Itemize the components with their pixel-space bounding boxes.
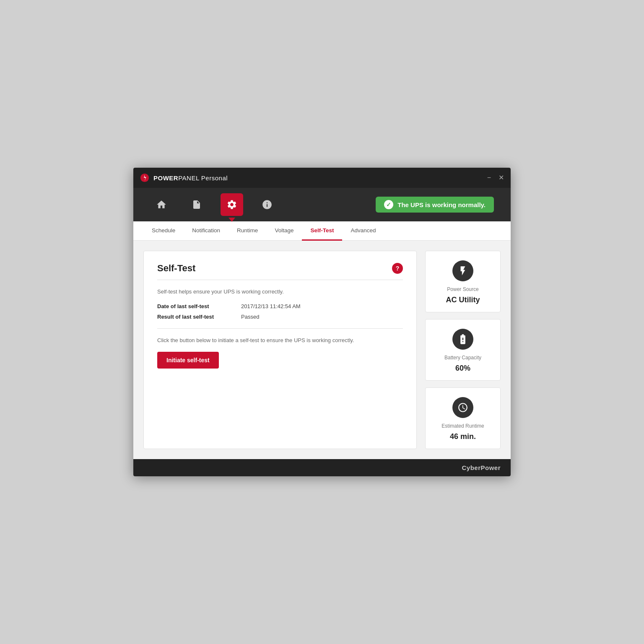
power-source-label: Power Source [447,286,478,292]
info-icon [262,199,273,210]
app-window: POWERPANEL Personal − ✕ [133,168,511,476]
power-source-card: Power Source AC Utility [425,251,501,312]
tab-schedule[interactable]: Schedule [143,221,184,241]
panel-title-row: Self-Test ? [157,263,403,280]
battery-capacity-value: 60% [455,364,470,373]
initiate-description: Click the button below to initiate a sel… [157,337,403,343]
detail-label-date: Date of last self-test [157,303,241,309]
title-bar: POWERPANEL Personal − ✕ [133,168,511,188]
header-nav: ✓ The UPS is working normally. [133,188,511,221]
settings-icon [226,199,237,210]
status-check-icon: ✓ [384,200,393,209]
tab-advanced[interactable]: Advanced [342,221,384,241]
battery-capacity-icon [452,329,473,350]
detail-row-result: Result of last self-test Passed [157,314,403,320]
battery-capacity-card: Battery Capacity 60% [425,319,501,381]
self-test-description: Self-test helps ensure your UPS is worki… [157,288,403,295]
initiate-self-test-button[interactable]: Initiate self-test [157,352,219,369]
battery-capacity-label: Battery Capacity [444,355,481,361]
home-icon [156,199,167,210]
estimated-runtime-label: Estimated Runtime [441,423,484,429]
power-source-icon [452,260,473,281]
divider [157,328,403,329]
tab-runtime[interactable]: Runtime [229,221,266,241]
nav-settings-button[interactable] [221,193,243,216]
nav-events-button[interactable] [185,193,208,216]
status-bar: ✓ The UPS is working normally. [376,197,494,213]
tab-self-test[interactable]: Self-Test [302,221,342,241]
estimated-runtime-card: Estimated Runtime 46 min. [425,387,501,449]
panel-title: Self-Test [157,263,195,274]
tab-voltage[interactable]: Voltage [266,221,302,241]
detail-value-result: Passed [241,314,259,320]
minimize-button[interactable]: − [487,174,491,181]
app-title: POWERPANEL Personal [153,174,228,182]
self-test-details: Date of last self-test 2017/12/13 11:42:… [157,303,403,320]
title-bar-left: POWERPANEL Personal [140,173,228,182]
main-content: Self-Test ? Self-test helps ensure your … [133,241,511,459]
footer: CyberPower [133,459,511,476]
power-source-value: AC Utility [446,296,480,304]
nav-info-button[interactable] [256,193,278,216]
app-logo-icon [140,173,149,182]
self-test-panel: Self-Test ? Self-test helps ensure your … [143,251,417,449]
window-controls: − ✕ [487,174,504,181]
tab-bar: Schedule Notification Runtime Voltage Se… [133,221,511,241]
tab-notification[interactable]: Notification [184,221,229,241]
help-icon[interactable]: ? [392,263,403,274]
events-icon [192,200,202,210]
estimated-runtime-icon [452,397,473,418]
footer-brand: CyberPower [462,464,501,471]
right-stats-panel: Power Source AC Utility Battery Capacity… [425,251,501,449]
estimated-runtime-value: 46 min. [450,432,476,441]
status-text: The UPS is working normally. [397,201,486,208]
detail-value-date: 2017/12/13 11:42:54 AM [241,303,301,309]
detail-row-date: Date of last self-test 2017/12/13 11:42:… [157,303,403,309]
detail-label-result: Result of last self-test [157,314,241,320]
close-button[interactable]: ✕ [499,174,504,181]
nav-home-button[interactable] [150,193,173,216]
